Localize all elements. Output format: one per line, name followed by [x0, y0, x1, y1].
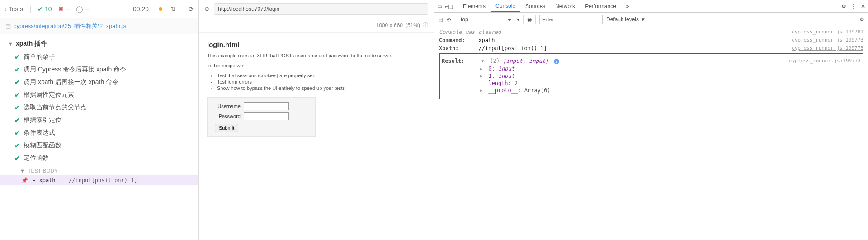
device-icon[interactable]: ⌐▢ — [445, 3, 453, 9]
tab-sources[interactable]: Sources — [521, 1, 550, 11]
tab-performance[interactable]: Performance — [580, 1, 621, 11]
tab-network[interactable]: Network — [551, 1, 580, 11]
info-icon[interactable]: ⓘ — [423, 21, 428, 29]
test-label: 定位函数 — [24, 154, 49, 162]
tree-val: input — [498, 73, 514, 79]
devtools-tabs-right: ⚙ ⋮ ✕ — [841, 3, 865, 9]
url-bar[interactable]: http://localhost:7079/login — [214, 3, 428, 15]
tree-line[interactable]: ▸ 1: input — [480, 72, 861, 80]
test-item[interactable]: ✔根据索引定位 — [0, 114, 198, 127]
list-item: Show how to bypass the UI entirely to sp… — [217, 85, 425, 91]
log-levels[interactable]: Default levels ▼ — [606, 16, 646, 23]
source-link[interactable]: cypress_runner.js:199773 — [789, 58, 861, 64]
check-icon: ✔ — [14, 66, 20, 73]
stat-passed: ✔ 10 — [38, 5, 52, 13]
command-label: Command: — [439, 37, 475, 43]
tree-line[interactable]: ▸ __proto__: Array(0) — [480, 87, 861, 94]
check-icon: ✔ — [14, 155, 20, 162]
tree-key: __proto__: — [488, 87, 521, 94]
test-item[interactable]: ✔选取当前节点的父节点 — [0, 101, 198, 114]
check-icon: ✔ — [38, 5, 43, 13]
console-line: Console was cleared cypress_runner.js:19… — [439, 28, 863, 36]
cleared-msg: Console was cleared — [439, 29, 792, 35]
result-label: Result: — [442, 58, 478, 64]
timer: 00.29 — [133, 5, 149, 13]
close-icon[interactable]: ✕ — [861, 3, 865, 9]
kebab-icon[interactable]: ⋮ — [851, 3, 856, 9]
check-icon: ✔ — [14, 129, 20, 136]
source-link[interactable]: cypress_runner.js:199773 — [792, 45, 863, 52]
submit-button[interactable]: Submit — [215, 124, 238, 132]
test-label: 根据索引定位 — [24, 116, 61, 124]
suite-list: ▼ xpath 插件 ✔简单的栗子 ✔调用 Cypress 命令后再接 xpat… — [0, 34, 198, 240]
command-name: - xpath — [33, 177, 69, 184]
clear-console-icon[interactable]: ⊘ — [447, 16, 451, 23]
stat-failed: ✖ -- — [58, 5, 70, 13]
source-link[interactable]: cypress_runner.js:199773 — [792, 37, 863, 43]
caret-down-icon: ▼ — [8, 41, 13, 47]
form-row-password: Password: — [215, 112, 311, 120]
check-icon: ✔ — [14, 79, 20, 86]
filter-input[interactable] — [539, 15, 603, 24]
inspect-icon[interactable]: ▭ — [437, 3, 442, 9]
divider: | — [29, 5, 31, 13]
console-body: Console was cleared cypress_runner.js:19… — [434, 26, 868, 240]
test-item[interactable]: ✔简单的栗子 — [0, 51, 198, 63]
test-label: 选取当前节点的父节点 — [24, 104, 87, 112]
app-preview: ⊕ http://localhost:7079/login 1000 x 660… — [199, 0, 434, 240]
x-icon: ✖ — [58, 5, 64, 13]
command-row[interactable]: 📌 - xpath //input[position()=1] — [0, 175, 198, 185]
dock-icons: ▭ ⌐▢ — [437, 3, 453, 9]
test-item[interactable]: ✔条件表达式 — [0, 127, 198, 139]
preview-meta: 1000 x 660 (51%) ⓘ — [199, 18, 434, 33]
check-icon: ✔ — [14, 91, 20, 99]
reload-icon[interactable]: ⟳ — [189, 5, 194, 13]
username-label: Username: — [215, 104, 242, 109]
tab-more[interactable]: » — [622, 1, 634, 11]
pass-count: 10 — [45, 5, 52, 13]
selector-target-icon[interactable]: ⊕ — [204, 5, 209, 12]
tab-console[interactable]: Console — [491, 1, 520, 12]
recipe-list: Test that sessions (cookies) are properl… — [217, 73, 425, 91]
stat-pending: ◯ -- — [76, 5, 89, 13]
expand-collapse-icon[interactable]: ⇅ — [170, 5, 176, 13]
tree-line[interactable]: ▸ 0: input — [480, 65, 861, 72]
xpath-value: //input[position()=1] — [478, 45, 547, 52]
gear-icon[interactable]: ⚙ — [841, 3, 846, 9]
result-summary[interactable]: ▾ (2) [input, input] i — [481, 58, 559, 64]
eye-icon[interactable]: ◉ — [527, 16, 532, 23]
result-kv: Result: ▾ (2) [input, input] i — [442, 58, 789, 64]
username-input[interactable] — [244, 102, 289, 110]
context-selector[interactable]: top — [459, 16, 513, 23]
test-item[interactable]: ✔定位函数 — [0, 152, 198, 165]
console-line: Xpath: //input[position()=1] cypress_run… — [439, 44, 863, 52]
tree-line: length: 2 — [480, 80, 861, 87]
suite-title-row[interactable]: ▼ xpath 插件 — [0, 37, 198, 51]
back-to-tests[interactable]: ‹ Tests — [5, 5, 23, 13]
tab-elements[interactable]: Elements — [458, 1, 490, 11]
console-line: Command: xpath cypress_runner.js:199773 — [439, 36, 863, 44]
test-label: 模糊匹配函数 — [24, 141, 61, 150]
command-value: xpath — [478, 37, 495, 43]
result-tree: ▸ 0: input ▸ 1: input length: 2 — [480, 65, 861, 94]
file-path-text[interactable]: cypress\integration\25_插件相关\2_xpath.js — [14, 22, 126, 30]
test-body-label: TEST BODY — [28, 168, 58, 174]
command-arg: //input[position()=1] — [69, 177, 137, 184]
check-icon: ✔ — [14, 117, 20, 124]
console-line: Result: ▾ (2) [input, input] i cypress_r… — [442, 57, 861, 65]
test-item[interactable]: ✔模糊匹配函数 — [0, 139, 198, 152]
sidebar-toggle-icon[interactable]: ▤ — [438, 16, 443, 23]
list-item: Test that sessions (cookies) are properl… — [217, 73, 425, 78]
test-item[interactable]: ✔调用 Cypress 命令后再接 xpath 命令 — [0, 63, 198, 76]
test-label: 简单的栗子 — [24, 53, 55, 61]
source-link[interactable]: cypress_runner.js:199781 — [792, 29, 863, 35]
test-item[interactable]: ✔根据属性定位元素 — [0, 89, 198, 101]
gear-icon[interactable]: ⚙ — [859, 16, 864, 23]
test-body-label-row[interactable]: ▼ TEST BODY — [0, 166, 198, 175]
caret-right-icon: ▸ — [480, 66, 484, 72]
xpath-kv: Xpath: //input[position()=1] — [439, 45, 792, 52]
test-item[interactable]: ✔调用 xpath 后再接一次 xpath 命令 — [0, 76, 198, 89]
page-title: login.html — [207, 41, 425, 48]
password-input[interactable] — [244, 112, 289, 120]
check-icon: ✔ — [14, 53, 20, 61]
